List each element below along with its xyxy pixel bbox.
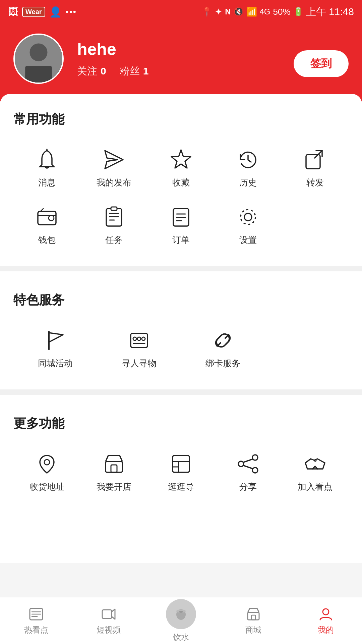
svg-rect-16 <box>111 207 117 210</box>
followers-count: 1 <box>143 65 149 77</box>
bind-card-label: 绑卡服务 <box>205 358 240 369</box>
orders-item[interactable]: 订单 <box>147 199 215 256</box>
guide-icon <box>169 452 193 476</box>
svg-rect-47 <box>102 610 112 619</box>
svg-point-21 <box>244 213 252 221</box>
nfc-icon: N <box>225 7 231 16</box>
common-functions-grid: 消息 我的发布 收藏 <box>13 141 349 256</box>
nav-video[interactable]: 短视频 <box>72 597 145 644</box>
more-functions-title: 更多功能 <box>13 415 349 432</box>
open-shop-label: 我要开店 <box>97 481 131 493</box>
address-label: 收货地址 <box>29 481 64 493</box>
status-bar-left: 🖼 Wear 👤 ••• <box>8 6 77 18</box>
svg-point-51 <box>179 611 183 613</box>
svg-point-26 <box>137 337 141 340</box>
wallet-item[interactable]: 钱包 <box>13 199 80 256</box>
nav-hot[interactable]: 热看点 <box>0 597 72 644</box>
flag-icon <box>44 329 67 352</box>
avatar-image <box>15 35 62 83</box>
join-kandian-item[interactable]: 加入看点 <box>282 445 349 503</box>
status-bar-right: 📍 ✦ N 🔇 📶 4G 50% 🔋 上午 11:48 <box>201 5 354 19</box>
avatar[interactable] <box>13 34 64 84</box>
svg-marker-5 <box>105 151 123 169</box>
location-icon: 📍 <box>201 7 212 17</box>
settings-icon <box>236 205 260 229</box>
tasks-label: 任务 <box>105 234 123 246</box>
tasks-item[interactable]: 任务 <box>80 199 147 256</box>
bind-card-item[interactable]: 绑卡服务 <box>181 322 265 379</box>
nav-mine[interactable]: 我的 <box>290 597 362 644</box>
guide-label: 逛逛导 <box>168 481 194 493</box>
svg-rect-33 <box>173 455 189 472</box>
order-icon <box>169 205 193 229</box>
nav-mall-label: 商城 <box>245 625 261 635</box>
user-icon: 👤 <box>49 6 62 18</box>
more-functions-section: 更多功能 收货地址 <box>0 398 362 509</box>
svg-point-37 <box>238 461 244 467</box>
svg-point-29 <box>44 460 50 465</box>
drink-icon <box>173 606 189 623</box>
svg-rect-3 <box>25 66 52 83</box>
common-functions-title: 常用功能 <box>13 111 349 128</box>
svg-rect-9 <box>38 211 56 225</box>
svg-rect-30 <box>106 462 122 472</box>
history-icon <box>236 148 260 171</box>
status-bar: 🖼 Wear 👤 ••• 📍 ✦ N 🔇 📶 4G 50% 🔋 上午 11:48 <box>0 0 362 23</box>
message-item[interactable]: 消息 <box>13 141 80 199</box>
share-icon <box>236 452 260 476</box>
more-functions-grid: 收货地址 我要开店 <box>13 445 349 503</box>
history-label: 历史 <box>239 177 257 189</box>
followers-label: 粉丝 <box>120 64 140 78</box>
signal-icon: 4G <box>260 7 270 16</box>
following-stat: 关注 0 <box>77 64 106 78</box>
settings-item[interactable]: 设置 <box>215 199 282 256</box>
forward-item[interactable]: 转发 <box>282 141 349 199</box>
nav-drink[interactable]: 饮水 <box>145 599 217 643</box>
my-publish-item[interactable]: 我的发布 <box>80 141 147 199</box>
profile-header: hehe 关注 0 粉丝 1 签到 <box>0 23 362 104</box>
local-activity-label: 同城活动 <box>38 358 73 369</box>
svg-point-38 <box>252 455 258 460</box>
special-services-section: 特色服务 同城活动 <box>0 275 362 386</box>
battery-level: 50% <box>273 7 291 17</box>
svg-point-22 <box>241 210 255 224</box>
svg-rect-10 <box>49 215 54 221</box>
favorites-label: 收藏 <box>172 177 190 189</box>
mute-icon: 🔇 <box>234 7 244 16</box>
followers-stat: 粉丝 1 <box>120 64 149 78</box>
history-item[interactable]: 历史 <box>215 141 282 199</box>
address-item[interactable]: 收货地址 <box>13 445 80 503</box>
special-services-grid: 同城活动 寻人寻物 <box>13 322 349 379</box>
wear-badge: Wear <box>22 7 45 17</box>
open-shop-item[interactable]: 我要开店 <box>80 445 147 503</box>
nav-mall[interactable]: 商城 <box>217 597 290 644</box>
svg-marker-48 <box>112 609 115 619</box>
find-icon <box>127 329 151 352</box>
handshake-icon <box>303 452 327 476</box>
store-icon <box>246 606 261 622</box>
local-activity-item[interactable]: 同城活动 <box>13 322 97 379</box>
checkin-button[interactable]: 签到 <box>294 50 349 77</box>
favorites-item[interactable]: 收藏 <box>147 141 215 199</box>
nav-mine-label: 我的 <box>318 625 334 635</box>
star-icon <box>169 148 193 171</box>
location-icon <box>35 452 59 476</box>
nav-hot-label: 热看点 <box>24 625 48 635</box>
find-people-item[interactable]: 寻人寻物 <box>97 322 181 379</box>
share-item[interactable]: 分享 <box>215 445 282 503</box>
svg-point-27 <box>142 337 145 340</box>
section-divider-2 <box>0 389 362 395</box>
svg-line-41 <box>244 466 252 469</box>
more-icon: ••• <box>66 7 77 17</box>
common-functions-section: 常用功能 消息 我的 <box>0 94 362 263</box>
shop-icon <box>102 452 126 476</box>
person-icon <box>318 606 334 622</box>
news-icon <box>28 606 44 622</box>
drink-button[interactable] <box>166 599 196 629</box>
share-label: 分享 <box>239 481 257 493</box>
nav-video-label: 短视频 <box>97 625 121 635</box>
wifi-icon: 📶 <box>246 7 257 17</box>
svg-point-25 <box>133 337 136 340</box>
bell-icon <box>35 148 59 171</box>
guide-item[interactable]: 逛逛导 <box>147 445 215 503</box>
